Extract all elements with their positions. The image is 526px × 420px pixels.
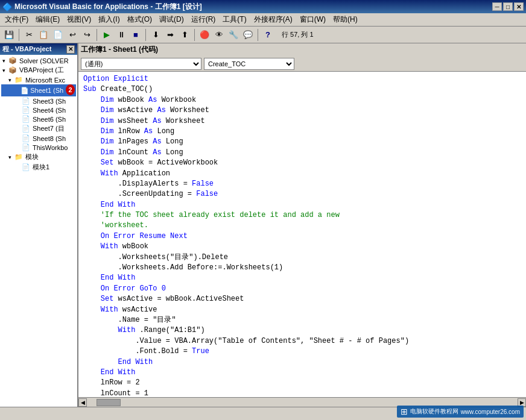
- toolbar-save[interactable]: 💾: [2, 28, 16, 42]
- code-panel-header: 工作簿1 - Sheet1 (代码): [78, 43, 526, 57]
- tree-item-1[interactable]: ▾📦VBAProject (工: [1, 65, 76, 75]
- toolbar-run[interactable]: ▶: [100, 28, 113, 42]
- toolbar-undo[interactable]: ↩: [66, 28, 79, 42]
- tree-item-0[interactable]: ▾📦Solver (SOLVER: [1, 56, 76, 65]
- code-line: Set wsActive = wbBook.ActiveSheet: [83, 294, 521, 304]
- tree-item-4[interactable]: 📄Sheet3 (Sh: [1, 96, 76, 105]
- toolbar-step-into[interactable]: ⬇: [149, 28, 162, 42]
- procedure-dropdown-right[interactable]: Create_TOC: [204, 58, 294, 70]
- toolbar-locals[interactable]: 🔧: [227, 28, 240, 42]
- tree-item-icon: 📁: [14, 76, 24, 84]
- watermark-label: 电脑软硬件教程网: [410, 407, 458, 416]
- toolbar-breakpoint[interactable]: 🔴: [198, 28, 211, 42]
- procedure-dropdown-left[interactable]: (通用): [81, 58, 201, 70]
- menu-bar: 文件(F)编辑(E)视图(V)插入(I)格式(O)调试(D)运行(R)工具(T)…: [0, 13, 526, 27]
- maximize-button[interactable]: □: [503, 2, 513, 11]
- toolbar-stop[interactable]: ■: [129, 28, 142, 42]
- menu-item-w[interactable]: 窗口(W): [296, 13, 329, 26]
- code-line: End With: [83, 357, 521, 368]
- code-line: Dim lnCount As Long: [83, 148, 521, 158]
- panel-close-button[interactable]: ✕: [66, 45, 75, 54]
- code-line: Set wbBook = ActiveWorkbook: [83, 158, 521, 168]
- tree-item-9[interactable]: 📄ThisWorkbo: [1, 143, 76, 152]
- menu-item-e[interactable]: 编辑(E): [32, 13, 63, 26]
- code-line: .Font.Bold = True: [83, 346, 521, 357]
- tree-item-icon: 📦: [8, 57, 18, 64]
- code-line: .Worksheets("目录").Delete: [83, 252, 521, 263]
- menu-item-r[interactable]: 运行(R): [188, 13, 220, 26]
- toolbar-paste[interactable]: 📄: [51, 28, 65, 42]
- tree-item-3[interactable]: 📄Sheet1 (Sh2: [1, 84, 76, 96]
- tree-item-10[interactable]: ▾📁模块: [1, 152, 76, 162]
- menu-item-v[interactable]: 视图(V): [63, 13, 95, 26]
- toolbar-copy[interactable]: 📋: [37, 28, 50, 42]
- tree-item-label: Solver (SOLVER: [19, 57, 69, 64]
- code-line: .Value = VBA.Array("Table of Contents", …: [83, 336, 521, 346]
- menu-item-f[interactable]: 文件(F): [1, 13, 32, 26]
- tree-item-11[interactable]: 📄模块1: [1, 162, 76, 172]
- code-line: .DisplayAlerts = False: [83, 179, 521, 189]
- watermark: ⊞ 电脑软硬件教程网 www.computer26.com: [397, 406, 524, 418]
- menu-item-h[interactable]: 帮助(H): [329, 13, 361, 26]
- tree-item-icon: 📄: [22, 163, 31, 171]
- code-line: With wsActive: [83, 305, 521, 315]
- tree-item-7[interactable]: 📄Sheet7 (目: [1, 124, 76, 134]
- app-icon: 🔷: [2, 2, 12, 11]
- tree-item-icon: 📄: [22, 143, 31, 151]
- toolbar-step-out[interactable]: ⬆: [178, 28, 191, 42]
- hscroll-thumb[interactable]: [97, 399, 121, 406]
- watermark-url: www.computer26.com: [461, 409, 520, 415]
- tree-item-8[interactable]: 📄Sheet8 (Sh: [1, 134, 76, 143]
- tree-item-label: Sheet1 (Sh: [30, 87, 63, 94]
- tree-expand-icon: ▾: [2, 58, 8, 64]
- tree-item-label: Microsoft Exc: [25, 77, 65, 84]
- toolbar-step-over[interactable]: ➡: [163, 28, 177, 42]
- tree-item-2[interactable]: ▾📁Microsoft Exc: [1, 75, 76, 84]
- tree-expand-icon: ▾: [2, 67, 8, 74]
- code-line: On Error GoTo 0: [83, 284, 521, 294]
- code-editor[interactable]: Option ExplicitSub Create_TOC() Dim wbBo…: [78, 72, 526, 397]
- tree-item-label: Sheet4 (Sh: [33, 107, 66, 114]
- separator-4: [194, 29, 195, 41]
- code-line: End With: [83, 368, 521, 378]
- toolbar-cut[interactable]: ✂: [22, 28, 36, 42]
- code-line: lnRow = 2: [83, 378, 521, 388]
- tree-item-icon: 📄: [22, 134, 31, 142]
- toolbar-watch[interactable]: 👁: [212, 28, 226, 42]
- toolbar-immediate[interactable]: 💬: [241, 28, 255, 42]
- code-line: Dim lnRow As Long: [83, 127, 521, 137]
- code-line: On Error Resume Next: [83, 231, 521, 242]
- tree-item-6[interactable]: 📄Sheet6 (Sh: [1, 114, 76, 124]
- code-line: 'If the TOC sheet already exist delete i…: [83, 210, 521, 221]
- close-button[interactable]: ✕: [514, 2, 524, 11]
- menu-item-t[interactable]: 工具(T): [219, 13, 250, 26]
- main-layout: 程 - VBAProject ✕ ▾📦Solver (SOLVER▾📦VBAPr…: [0, 43, 526, 407]
- menu-item-i[interactable]: 插入(I): [95, 13, 123, 26]
- win-logo-icon: ⊞: [401, 407, 408, 416]
- project-tree: ▾📦Solver (SOLVER▾📦VBAProject (工▾📁Microso…: [0, 55, 77, 407]
- separator-2: [97, 29, 97, 41]
- toolbar-redo[interactable]: ↪: [80, 28, 93, 42]
- menu-item-d[interactable]: 调试(D): [156, 13, 188, 26]
- status-position: 行 57, 列 1: [282, 30, 314, 39]
- toolbar-help[interactable]: ?: [261, 28, 274, 42]
- title-bar-buttons[interactable]: ─ □ ✕: [492, 2, 524, 11]
- separator-1: [19, 29, 19, 41]
- code-line: Sub Create_TOC(): [83, 84, 521, 95]
- menu-items: 文件(F)编辑(E)视图(V)插入(I)格式(O)调试(D)运行(R)工具(T)…: [1, 13, 361, 26]
- left-panel: 程 - VBAProject ✕ ▾📦Solver (SOLVER▾📦VBAPr…: [0, 43, 78, 407]
- code-scroll-container[interactable]: Option ExplicitSub Create_TOC() Dim wbBo…: [78, 72, 526, 397]
- tree-item-label: 模块: [25, 152, 39, 161]
- menu-item-a[interactable]: 外接程序(A): [250, 13, 296, 26]
- tree-item-icon: 📦: [8, 66, 18, 74]
- toolbar-pause[interactable]: ⏸: [115, 28, 128, 42]
- minimize-button[interactable]: ─: [492, 2, 502, 11]
- menu-item-o[interactable]: 格式(O): [124, 13, 156, 26]
- code-line: End With: [83, 200, 521, 210]
- tree-item-5[interactable]: 📄Sheet4 (Sh: [1, 105, 76, 114]
- tree-item-icon: 📄: [22, 106, 31, 114]
- panel-title: 程 - VBAProject: [2, 45, 51, 54]
- tree-item-icon: 📄: [22, 125, 31, 133]
- hscroll-left-btn[interactable]: ◀: [78, 398, 87, 407]
- code-line: lnCount = 1: [83, 389, 521, 397]
